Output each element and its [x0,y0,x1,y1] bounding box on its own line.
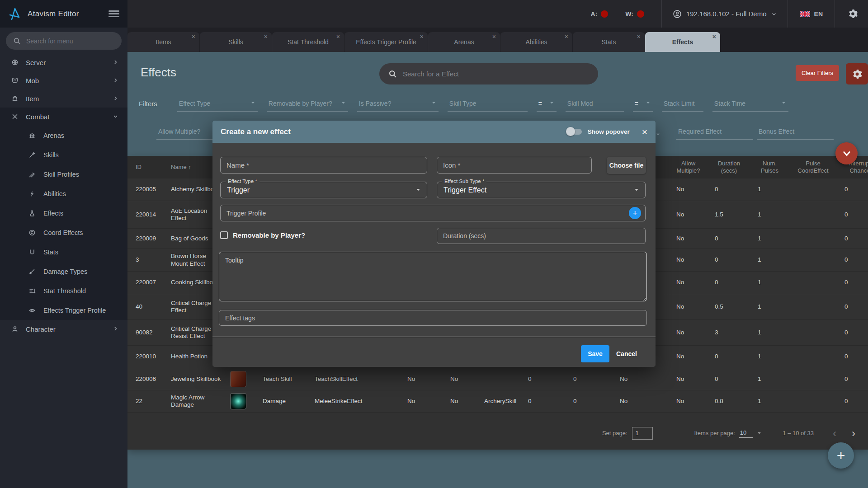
add-effect-button[interactable]: + [828,442,854,469]
abilities-icon [28,190,36,197]
tab-skills[interactable]: Skills× [200,32,272,52]
server-selector[interactable]: 192.168.0.102 - Full Demo [662,9,788,19]
dialog-header: Create a new effect Show popover × [212,121,656,143]
cell: 220006 [127,375,167,383]
tab-close-icon[interactable]: × [637,33,641,40]
filter-is-passive[interactable]: Is Passive? [357,96,439,112]
sidebar-item-abilities[interactable]: Abilities [0,184,127,203]
cell: TeachSkillEffect [312,375,405,383]
table-row[interactable]: 220006Jeweling SkillbookTeach SkillTeach… [127,368,868,390]
trigger-profile-input[interactable] [220,205,646,221]
table-settings-button[interactable] [846,63,868,84]
filter-stack-time[interactable]: Stack Time [712,96,788,112]
tab-arenas[interactable]: Arenas× [428,32,500,52]
sidebar-item-stat-threshold[interactable]: Stat Threshold [0,281,127,300]
effect-sub-type-select[interactable]: Trigger Effect [437,182,646,198]
trigger-profile-field[interactable]: + [220,205,646,221]
column-header-num-pulses[interactable]: Num. Pulses [750,160,789,175]
sidebar-item-item[interactable]: Item [0,89,127,108]
add-trigger-profile-button[interactable]: + [629,207,641,219]
column-header-id[interactable]: ID [127,164,167,171]
filter-stack-limit[interactable]: Stack Limit [662,96,703,112]
language-selector[interactable]: EN [788,10,835,18]
user-icon [673,9,682,19]
sidebar-item-skill-profiles[interactable]: Skill Profiles [0,164,127,184]
sidebar-search[interactable] [6,32,122,50]
cell: 0 [837,353,868,360]
chevron-down-icon [634,187,639,192]
filter-effect-type[interactable]: Effect Type [177,96,258,112]
save-button[interactable]: Save [581,345,609,362]
tab-close-icon[interactable]: × [492,33,496,40]
sidebar-item-mob[interactable]: Mob [0,71,127,89]
menu-toggle-icon[interactable] [108,9,119,19]
filter-operator-6[interactable]: = [633,96,653,112]
column-header-allow-multiple[interactable]: Allow Multiple? [669,160,708,175]
tooltip-field[interactable] [219,252,647,301]
effect-search[interactable] [379,63,598,84]
next-page-button[interactable]: › [852,427,855,440]
sidebar-item-damage-types[interactable]: Damage Types [0,262,127,281]
cancel-button[interactable]: Cancel [616,345,637,362]
icon-field[interactable] [437,157,592,174]
clear-filters-button[interactable]: Clear Filters [796,65,839,81]
show-popover-toggle[interactable] [567,129,582,135]
effect-type-select[interactable]: Trigger [220,182,427,198]
sidebar-item-character[interactable]: Character [0,320,127,338]
tab-items[interactable]: Items× [127,32,199,52]
duration-field[interactable] [437,228,646,244]
filter-operator-4[interactable]: = [537,96,557,112]
cell: 0 [708,256,750,263]
filter-removable-by-player[interactable]: Removable by Player? [267,96,348,112]
sidebar-item-label: Mob [26,77,39,84]
sidebar-item-combat[interactable]: Combat [0,108,127,126]
chevron-right-icon [113,325,118,333]
choose-file-button[interactable]: Choose file [607,157,646,174]
name-field[interactable] [220,157,427,174]
tab-close-icon[interactable]: × [192,33,195,40]
settings-button[interactable] [835,9,868,19]
set-page-input[interactable] [632,427,653,440]
filter-skill-mod[interactable]: Skill Mod [566,96,624,112]
column-header-duration-secs[interactable]: Duration (secs) [708,160,750,175]
sidebar-item-effects-trigger-profile[interactable]: Effects Trigger Profile [0,300,127,320]
tab-strip: Items×Skills×Stat Threshold×Effects Trig… [127,28,868,52]
tab-effects-trigger-profile[interactable]: Effects Trigger Profile× [344,32,428,52]
close-icon[interactable]: × [642,127,647,136]
sidebar-item-stats[interactable]: Stats [0,242,127,262]
tab-label: Stats [602,38,616,46]
cell: Damage [260,398,312,405]
scroll-down-button[interactable] [835,142,858,164]
filter-skill-type[interactable]: Skill Type [448,96,528,112]
sidebar-search-input[interactable] [26,38,108,45]
table-row[interactable]: 22Magic Arrow DamageDamageMeleeStrikeEff… [127,390,868,413]
column-header-pulse-coordeffect[interactable]: Pulse CoordEffect [789,160,837,175]
stat-threshold-icon [28,287,36,295]
tab-stats[interactable]: Stats× [573,32,645,52]
uk-flag-icon [800,11,810,17]
effects-icon [28,210,36,217]
filter-required-effect[interactable]: Required Effect [676,124,753,140]
tab-abilities[interactable]: Abilities× [500,32,572,52]
tab-effects[interactable]: Effects× [645,32,720,52]
removable-checkbox[interactable] [220,231,228,239]
items-per-page-select[interactable]: 10 [739,428,753,438]
tab-close-icon[interactable]: × [336,33,340,40]
sidebar-item-effects[interactable]: Effects [0,203,127,223]
effect-search-input[interactable] [403,70,575,78]
tab-close-icon[interactable]: × [420,33,424,40]
cell: 220007 [127,279,167,286]
tab-close-icon[interactable]: × [565,33,568,40]
tab-close-icon[interactable]: × [264,33,268,40]
sidebar-item-server[interactable]: Server [0,53,127,71]
sidebar-item-label: Stat Threshold [43,287,86,295]
filter-bonus-effect[interactable]: Bonus Effect [757,124,834,140]
effect-tags-field[interactable] [219,310,647,326]
sidebar-item-skills[interactable]: Skills [0,145,127,164]
chevron-right-icon [113,77,118,84]
sidebar-item-arenas[interactable]: Arenas [0,126,127,145]
tab-stat-threshold[interactable]: Stat Threshold× [272,32,344,52]
sidebar-item-coord-effects[interactable]: Coord Effects [0,223,127,242]
tab-close-icon[interactable]: × [712,33,716,40]
previous-page-button[interactable]: ‹ [833,427,836,440]
